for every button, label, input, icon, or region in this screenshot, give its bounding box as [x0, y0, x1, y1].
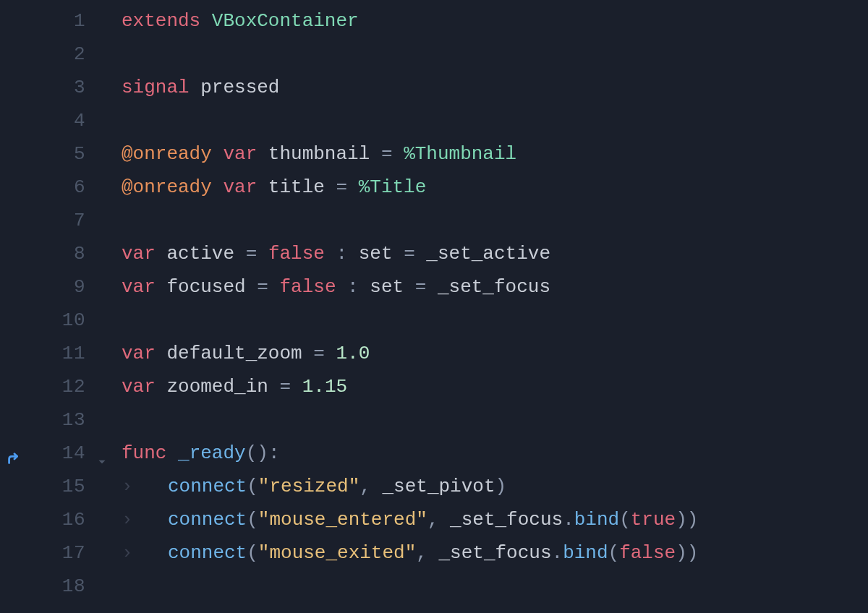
token	[212, 176, 224, 198]
gutter-line[interactable]: 16	[0, 503, 93, 536]
code-editor[interactable]: 123456789101112131415161718 extends VBox…	[0, 0, 868, 613]
code-line[interactable]: var zoomed_in = 1.15	[122, 370, 868, 403]
token	[212, 143, 224, 165]
gutter-line[interactable]: 18	[0, 570, 93, 603]
code-line[interactable]: var default_zoom = 1.0	[122, 337, 868, 370]
token: )	[676, 509, 687, 531]
code-line[interactable]	[122, 304, 868, 337]
token: title	[268, 176, 325, 198]
gutter-line[interactable]: 9	[0, 270, 93, 304]
code-line[interactable]: @onready var thumbnail = %Thumbnail	[122, 137, 868, 171]
gutter-line[interactable]: 17	[0, 536, 93, 570]
token: .	[552, 542, 563, 564]
token: false	[619, 542, 676, 564]
token: "resized"	[258, 476, 359, 497]
gutter-line[interactable]: 2	[0, 38, 93, 71]
token: extends	[122, 10, 200, 32]
line-number: 17	[62, 536, 85, 570]
token	[347, 176, 359, 198]
code-line[interactable]	[122, 403, 868, 437]
code-line[interactable]: @onready var title = %Title	[122, 171, 868, 204]
token: =	[415, 276, 427, 298]
gutter-line[interactable]: 4	[0, 104, 93, 137]
code-line[interactable]: var active = false : set = _set_active	[122, 237, 868, 270]
gutter: 123456789101112131415161718	[0, 4, 93, 613]
code-line[interactable]	[122, 204, 868, 237]
token	[246, 276, 258, 298]
token: ()	[246, 442, 268, 464]
override-icon[interactable]	[6, 445, 22, 461]
token: "mouse_entered"	[258, 509, 427, 531]
token: thumbnail	[268, 143, 370, 165]
gutter-line[interactable]: 5	[0, 137, 93, 171]
code-line[interactable]: func _ready():	[122, 437, 868, 470]
gutter-line[interactable]: 10	[0, 304, 93, 337]
line-number: 15	[62, 470, 85, 503]
token: false	[279, 276, 336, 298]
token: _set_pivot	[382, 476, 495, 497]
token	[268, 376, 280, 398]
token: VBoxContainer	[212, 10, 359, 32]
code-line[interactable]: var focused = false : set = _set_focus	[122, 270, 868, 304]
token	[359, 276, 370, 298]
token: default_zoom	[166, 343, 302, 364]
token: :	[336, 243, 348, 265]
gutter-line[interactable]: 15	[0, 470, 93, 503]
gutter-line[interactable]: 13	[0, 403, 93, 437]
token: Thumbnail	[415, 143, 516, 165]
code-line[interactable]	[122, 570, 868, 603]
token	[268, 276, 280, 298]
code-line[interactable]	[122, 104, 868, 137]
gutter-line[interactable]: 12	[0, 370, 93, 403]
token: pressed	[200, 77, 279, 98]
gutter-line[interactable]: 11	[0, 337, 93, 370]
token: =	[246, 243, 258, 265]
token: set	[359, 243, 393, 265]
code-line[interactable]: › connect("resized", _set_pivot)	[122, 470, 868, 503]
token: bind	[574, 509, 619, 531]
gutter-line[interactable]: 6	[0, 171, 93, 204]
token: (	[608, 542, 620, 564]
token	[404, 276, 415, 298]
code-line[interactable]: › connect("mouse_exited", _set_focus.bin…	[122, 536, 868, 570]
token	[427, 542, 439, 564]
token: _set_focus	[450, 509, 563, 531]
token	[393, 143, 404, 165]
code-line[interactable]	[122, 38, 868, 71]
gutter-line[interactable]: 1	[0, 4, 93, 38]
token: =	[336, 176, 347, 198]
line-number: 10	[62, 304, 85, 337]
line-number: 18	[62, 570, 85, 603]
token: )	[495, 476, 507, 497]
token	[393, 243, 404, 265]
token: var	[122, 243, 156, 265]
token: )	[687, 509, 699, 531]
token: :	[347, 276, 359, 298]
token	[426, 276, 438, 298]
token: func	[122, 442, 166, 464]
token: var	[122, 276, 156, 298]
line-number: 14	[62, 437, 85, 470]
token	[156, 376, 167, 398]
token	[200, 10, 212, 32]
token: zoomed_in	[166, 376, 268, 398]
token	[234, 243, 246, 265]
gutter-line[interactable]: 14	[0, 437, 93, 470]
code-line[interactable]: › connect("mouse_entered", _set_focus.bi…	[122, 503, 868, 536]
code-area[interactable]: extends VBoxContainersignal pressed@onre…	[93, 4, 868, 613]
token	[336, 276, 347, 298]
token: set	[370, 276, 404, 298]
fold-icon[interactable]	[95, 447, 109, 460]
token: @onready	[122, 143, 212, 165]
code-line[interactable]: extends VBoxContainer	[122, 4, 868, 38]
token: var	[223, 143, 257, 165]
gutter-line[interactable]: 7	[0, 204, 93, 237]
code-line[interactable]: signal pressed	[122, 71, 868, 104]
token: var	[122, 343, 156, 364]
gutter-line[interactable]: 3	[0, 71, 93, 104]
token: Title	[370, 176, 426, 198]
gutter-line[interactable]: 8	[0, 237, 93, 270]
token	[156, 243, 167, 265]
token	[371, 476, 383, 497]
line-number: 4	[74, 104, 85, 137]
